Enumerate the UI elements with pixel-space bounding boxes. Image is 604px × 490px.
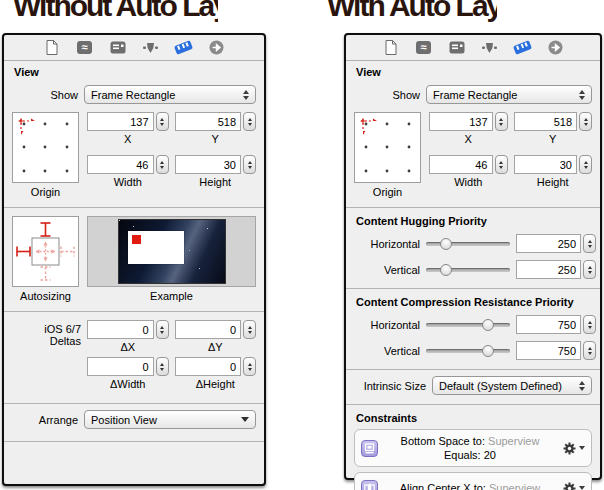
arrange-row: Arrange Position View <box>4 410 264 429</box>
delta-y-label: ΔY <box>175 341 257 353</box>
delta-width-label: ΔWidth <box>87 378 169 390</box>
arrange-pulldown[interactable]: Position View <box>84 410 256 429</box>
compression-vertical-row: Vertical 750 <box>346 341 600 360</box>
hugging-vertical-field[interactable]: 250 <box>516 260 581 279</box>
hugging-horizontal-slider[interactable] <box>426 237 510 251</box>
slider-thumb[interactable] <box>440 238 452 250</box>
slider-thumb[interactable] <box>482 345 494 357</box>
delta-height-stepper[interactable] <box>243 357 256 376</box>
compression-vertical-stepper[interactable] <box>583 341 596 360</box>
show-popup[interactable]: Frame Rectangle <box>426 85 592 104</box>
show-row: Show Frame Rectangle <box>346 85 600 104</box>
x-stepper[interactable] <box>156 112 169 131</box>
slider-thumb[interactable] <box>482 319 494 331</box>
width-field[interactable]: 46 <box>429 155 493 174</box>
intrinsic-size-popup[interactable]: Default (System Defined) <box>432 376 592 395</box>
compression-horizontal-slider[interactable] <box>426 318 510 332</box>
frame-section: Origin 137 X 518 Y 46 <box>346 104 600 198</box>
width-stepper[interactable] <box>156 155 169 174</box>
hugging-horizontal-row: Horizontal 250 <box>346 234 600 253</box>
width-stepper[interactable] <box>495 155 508 174</box>
arrange-label: Arrange <box>12 414 78 426</box>
frame-section: Origin 137 X 518 Y 46 <box>4 104 264 198</box>
delta-x-field[interactable]: 0 <box>87 320 154 339</box>
delta-height-field[interactable]: 0 <box>175 357 242 376</box>
constraint-item-bottom-space[interactable]: Bottom Space to: Superview Equals: 20 <box>354 429 592 467</box>
height-label: Height <box>175 176 257 188</box>
size-inspector-icon[interactable] <box>514 39 532 57</box>
y-field[interactable]: 518 <box>514 112 578 131</box>
constraint-gear-menu[interactable] <box>562 481 585 490</box>
attributes-inspector-icon[interactable] <box>481 39 499 57</box>
height-stepper[interactable] <box>579 155 592 174</box>
delta-width-stepper[interactable] <box>156 357 169 376</box>
y-stepper[interactable] <box>579 112 592 131</box>
file-inspector-icon[interactable] <box>382 39 400 57</box>
height-field[interactable]: 30 <box>514 155 578 174</box>
show-popup[interactable]: Frame Rectangle <box>84 85 256 104</box>
hugging-horizontal-stepper[interactable] <box>583 234 596 253</box>
popup-arrows-icon <box>579 90 585 100</box>
connections-inspector-icon[interactable] <box>547 39 565 57</box>
origin-selector[interactable] <box>12 112 79 183</box>
hugging-vertical-stepper[interactable] <box>583 260 596 279</box>
width-field[interactable]: 46 <box>87 155 154 174</box>
height-field[interactable]: 30 <box>175 155 242 174</box>
autosizing-label: Autosizing <box>20 290 71 302</box>
height-stepper[interactable] <box>243 155 256 174</box>
hugging-vertical-slider[interactable] <box>426 263 510 277</box>
x-label: X <box>429 133 508 145</box>
horizontal-label: Horizontal <box>354 319 420 331</box>
popup-arrows-icon <box>243 90 249 100</box>
inspector-tab-bar: ≈ <box>4 35 264 61</box>
delta-y-stepper[interactable] <box>243 320 256 339</box>
compression-vertical-slider[interactable] <box>426 344 510 358</box>
slider-thumb[interactable] <box>440 264 452 276</box>
compression-horizontal-field[interactable]: 750 <box>516 315 581 334</box>
delta-y-field[interactable]: 0 <box>175 320 242 339</box>
origin-selector[interactable] <box>354 112 421 183</box>
compression-horizontal-row: Horizontal 750 <box>346 315 600 334</box>
x-field[interactable]: 137 <box>429 112 493 131</box>
y-stepper[interactable] <box>243 112 256 131</box>
compression-vertical-field[interactable]: 750 <box>516 341 581 360</box>
horizontal-label: Horizontal <box>354 238 420 250</box>
vertical-space-constraint-icon <box>361 440 378 457</box>
file-inspector-icon[interactable] <box>43 39 61 57</box>
constraint-item-align-center-x[interactable]: Align Center X to: Superview <box>354 472 592 490</box>
show-label: Show <box>12 89 78 101</box>
hugging-vertical-row: Vertical 250 <box>346 260 600 279</box>
attributes-inspector-icon[interactable] <box>142 39 160 57</box>
y-field[interactable]: 518 <box>175 112 242 131</box>
x-field[interactable]: 137 <box>87 112 154 131</box>
caption-with-auto-layout: With Auto Layout <box>327 0 497 27</box>
vertical-label: Vertical <box>354 345 420 357</box>
example-animation <box>119 220 225 283</box>
delta-x-stepper[interactable] <box>156 320 169 339</box>
gear-icon <box>562 441 577 456</box>
constraint-line1: Bottom Space to: Superview <box>401 435 540 447</box>
show-row: Show Frame Rectangle <box>4 85 264 104</box>
pulldown-arrow-icon <box>241 417 249 422</box>
constraint-gear-menu[interactable] <box>562 441 585 456</box>
constraint-line1: Align Center X to: Superview <box>400 482 541 490</box>
connections-inspector-icon[interactable] <box>208 39 226 57</box>
hugging-horizontal-field[interactable]: 250 <box>516 234 581 253</box>
delta-height-label: ΔHeight <box>175 378 257 390</box>
constraints-title: Constraints <box>346 405 600 424</box>
quick-help-inspector-icon[interactable]: ≈ <box>76 39 94 57</box>
identity-inspector-icon[interactable] <box>448 39 466 57</box>
quick-help-inspector-icon[interactable]: ≈ <box>415 39 433 57</box>
compression-horizontal-stepper[interactable] <box>583 315 596 334</box>
gear-icon <box>562 481 577 490</box>
size-inspector-icon[interactable] <box>175 39 193 57</box>
delta-width-field[interactable]: 0 <box>87 357 154 376</box>
example-origin-marker <box>132 235 141 244</box>
autosizing-control[interactable] <box>12 216 79 287</box>
delta-x-label: ΔX <box>87 341 169 353</box>
autosizing-example-preview <box>87 216 256 287</box>
divider <box>4 403 264 404</box>
identity-inspector-icon[interactable] <box>109 39 127 57</box>
divider <box>4 441 264 442</box>
x-stepper[interactable] <box>495 112 508 131</box>
